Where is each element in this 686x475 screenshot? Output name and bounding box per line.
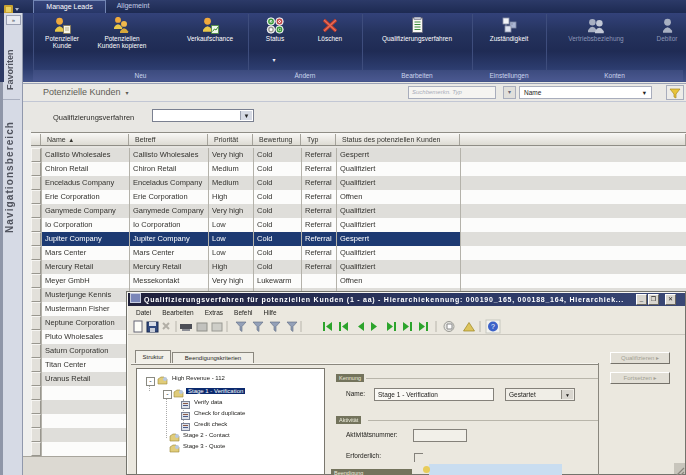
svg-text:?: ? xyxy=(491,323,495,330)
